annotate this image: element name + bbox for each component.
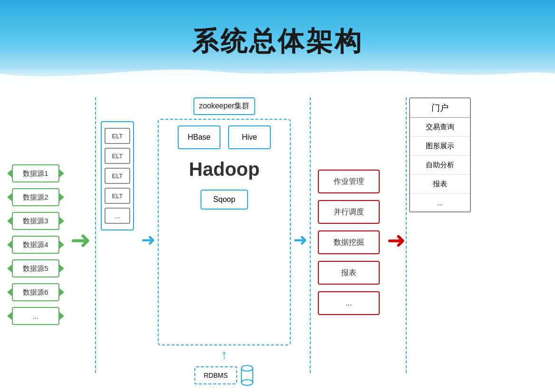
datasource-item-1: 数据源1 bbox=[12, 164, 59, 182]
hbase-hive-row: HBase Hive bbox=[178, 125, 271, 149]
mgmt-box-4: 报表 bbox=[318, 261, 380, 285]
mgmt-box-ellipsis: ... bbox=[318, 291, 380, 315]
datasource-item-3: 数据源3 bbox=[12, 212, 59, 230]
main-diagram: 数据源1 数据源2 数据源3 数据源4 数据源5 数据源6 ... ➜ ELT … bbox=[0, 83, 555, 392]
datasource-item-4: 数据源4 bbox=[12, 236, 59, 254]
svg-point-0 bbox=[241, 365, 253, 371]
elt-container: ELT ELT ELT ELT ... bbox=[101, 121, 134, 230]
zookeeper-label: zookeeper集群 bbox=[193, 97, 256, 115]
portal-item-4: 报表 bbox=[410, 175, 470, 194]
mgmt-box-3: 数据挖掘 bbox=[318, 230, 380, 254]
datasource-item-6: 数据源6 bbox=[12, 283, 59, 301]
rdbms-area: ↑ RDBMS bbox=[158, 348, 291, 387]
green-arrow-icon: ➜ bbox=[70, 228, 91, 252]
portal-item-2: 图形展示 bbox=[410, 137, 470, 156]
elt-box-1: ELT bbox=[105, 128, 130, 144]
rdbms-up-arrow-icon: ↑ bbox=[221, 348, 228, 362]
mgmt-box-2: 并行调度 bbox=[318, 200, 380, 224]
blue-arrow-area-2: ➜ bbox=[291, 230, 310, 250]
portal-item-ellipsis: ... bbox=[410, 194, 470, 211]
sqoop-box: Sqoop bbox=[201, 190, 248, 210]
section-portal: 门户 交易查询 图形展示 自助分析 报表 ... bbox=[407, 93, 473, 387]
portal-header: 门户 bbox=[410, 98, 470, 118]
section-datasources: 数据源1 数据源2 数据源3 数据源4 数据源5 数据源6 ... bbox=[5, 93, 67, 387]
hbase-box: HBase bbox=[178, 125, 220, 149]
blue-arrow-icon-2: ➜ bbox=[293, 230, 307, 250]
elt-box-ellipsis: ... bbox=[105, 208, 130, 224]
red-arrow-icon: ➜ bbox=[387, 227, 406, 253]
portal-container: 门户 交易查询 图形展示 自助分析 报表 ... bbox=[409, 97, 471, 212]
datasource-item-2: 数据源2 bbox=[12, 188, 59, 206]
mgmt-box-1: 作业管理 bbox=[318, 170, 380, 193]
elt-box-2: ELT bbox=[105, 148, 130, 164]
section-management: 作业管理 并行调度 数据挖掘 报表 ... bbox=[311, 93, 387, 387]
section-hadoop: zookeeper集群 HBase Hive Hadoop Sqoop ↑ RD… bbox=[158, 93, 291, 387]
rdbms-box: RDBMS bbox=[194, 366, 237, 384]
page-header: 系统总体架构 bbox=[0, 0, 555, 83]
elt-box-4: ELT bbox=[105, 188, 130, 204]
page-title: 系统总体架构 bbox=[192, 24, 363, 60]
green-arrow-area: ➜ bbox=[67, 228, 95, 252]
portal-item-3: 自助分析 bbox=[410, 156, 470, 175]
red-arrow-area: ➜ bbox=[387, 227, 406, 253]
blue-arrow-icon-1: ➜ bbox=[141, 230, 155, 250]
svg-point-3 bbox=[241, 380, 253, 385]
section-elt: ELT ELT ELT ELT ... bbox=[96, 93, 139, 387]
elt-box-3: ELT bbox=[105, 168, 130, 184]
datasource-item-5: 数据源5 bbox=[12, 259, 59, 277]
hadoop-dashed-box: HBase Hive Hadoop Sqoop bbox=[158, 119, 291, 345]
portal-item-1: 交易查询 bbox=[410, 118, 470, 137]
wave-decoration bbox=[0, 64, 555, 83]
datasource-item-ellipsis: ... bbox=[12, 307, 59, 325]
hadoop-label: Hadoop bbox=[180, 154, 269, 185]
blue-arrow-area-1: ➜ bbox=[139, 230, 158, 250]
db-cylinder-icon bbox=[240, 363, 254, 387]
hive-box: Hive bbox=[228, 125, 271, 149]
rdbms-row: RDBMS bbox=[194, 363, 254, 387]
